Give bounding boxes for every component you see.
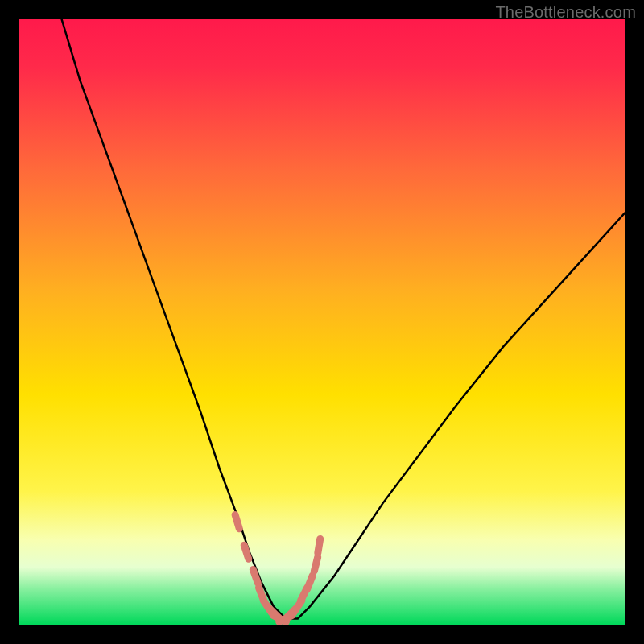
chart-frame xyxy=(19,19,625,625)
bottleneck-chart xyxy=(19,19,625,625)
marker-dash xyxy=(308,576,313,589)
watermark: TheBottleneck.com xyxy=(495,3,636,22)
marker-dash xyxy=(235,515,239,529)
marker-dash xyxy=(314,557,317,571)
marker-dash xyxy=(244,545,249,559)
marker-dash xyxy=(318,539,320,553)
gradient-bg xyxy=(19,19,625,625)
marker-dash xyxy=(253,569,258,583)
